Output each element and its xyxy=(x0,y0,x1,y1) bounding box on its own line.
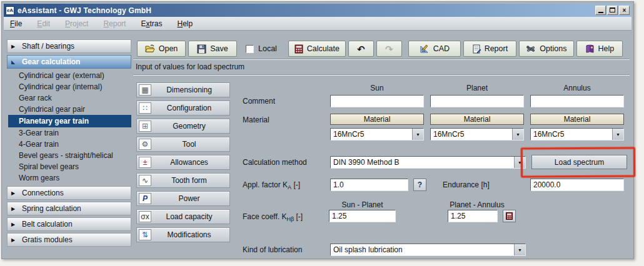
cad-button[interactable]: CAD xyxy=(408,41,461,57)
title-bar: eA eAssistant - GWJ Technology GmbH × xyxy=(4,4,631,17)
calculator-icon xyxy=(294,44,303,54)
comment-label: Comment xyxy=(243,97,275,106)
appl-factor-input[interactable] xyxy=(330,179,408,191)
triangle-collapsed-icon: ▶ xyxy=(11,44,18,49)
dimensioning-button[interactable]: ▦Dimensioning xyxy=(136,82,230,97)
material-button-annulus[interactable]: Material xyxy=(530,114,624,125)
module-button-label: Load capacity xyxy=(156,212,229,221)
calculate-button[interactable]: Calculate xyxy=(288,41,346,57)
calculator-icon xyxy=(506,212,513,220)
open-button[interactable]: Open xyxy=(137,41,186,57)
report-button[interactable]: Report xyxy=(463,41,516,57)
sidebar-item-cylindrical-gear-internal-[interactable]: Cylindrical gear (internal) xyxy=(8,81,131,92)
chevron-down-icon[interactable]: ▼ xyxy=(514,157,525,168)
chevron-down-icon[interactable]: ▼ xyxy=(612,129,623,140)
sidebar-section-gratis-modules[interactable]: ▶Gratis modules xyxy=(7,233,131,247)
sidebar-item-list: Cylindrical gear (external)Cylindrical g… xyxy=(7,70,131,184)
sidebar-section-label: Belt calculation xyxy=(22,220,73,229)
sidebar-item-4-gear-train[interactable]: 4-Gear train xyxy=(8,139,131,150)
face-coeff-input-planet-annulus[interactable] xyxy=(448,210,498,222)
modifications-button[interactable]: ⇅Modifications xyxy=(136,227,230,242)
comment-input-annulus[interactable] xyxy=(530,95,624,107)
options-tools-icon xyxy=(526,44,536,54)
menu-edit: Edit xyxy=(37,19,50,28)
calculation-method-label: Calculation method xyxy=(243,158,307,167)
triangle-collapsed-icon: ▶ xyxy=(11,206,18,212)
module-button-label: Modifications xyxy=(156,230,229,239)
undo-button[interactable]: ↶ xyxy=(348,41,374,57)
sidebar-item-gear-rack[interactable]: Gear rack xyxy=(8,92,131,104)
sidebar-item-worm-gears[interactable]: Worm gears xyxy=(8,172,131,184)
endurance-input[interactable] xyxy=(530,179,624,191)
lubrication-select[interactable]: Oil splash lubrication ▼ xyxy=(330,244,526,256)
sidebar-section-spring-calculation[interactable]: ▶Spring calculation xyxy=(7,202,131,215)
material-select-planet[interactable]: 16MnCr5 ▼ xyxy=(430,128,524,140)
sidebar-section-connections[interactable]: ▶Connections xyxy=(7,186,131,200)
geometry-button[interactable]: ⊞Geometry xyxy=(136,119,230,134)
local-checkbox-label: Local xyxy=(258,44,277,53)
menu-file[interactable]: File xyxy=(10,19,22,28)
module-button-label: Tooth form xyxy=(156,176,229,185)
pair-header-planet-annulus: Planet - Annulus xyxy=(436,200,518,209)
configuration-button[interactable]: ∷Configuration xyxy=(136,101,230,116)
help-button[interactable]: Help xyxy=(576,41,623,57)
sidebar-section-belt-calculation[interactable]: ▶Belt calculation xyxy=(7,217,131,231)
material-button-sun[interactable]: Material xyxy=(330,114,424,125)
sidebar-section-label: Gratis modules xyxy=(22,235,73,244)
module-button-label: Configuration xyxy=(156,104,229,112)
sidebar-item-3-gear-train[interactable]: 3-Gear train xyxy=(8,127,131,139)
sidebar-section-label: Connections xyxy=(22,189,64,197)
separator-top xyxy=(133,59,630,60)
power-button[interactable]: PPower xyxy=(136,191,230,206)
column-header-annulus: Annulus xyxy=(530,84,624,92)
comment-input-planet[interactable] xyxy=(430,95,524,107)
window-title: eAssistant - GWJ Technology GmbH xyxy=(18,6,592,15)
chevron-down-icon[interactable]: ▼ xyxy=(512,129,523,140)
sidebar-item-spiral-bevel-gears[interactable]: Spiral bevel gears xyxy=(8,161,131,172)
redo-button[interactable]: ↷ xyxy=(376,41,402,57)
chevron-down-icon[interactable]: ▼ xyxy=(412,129,423,140)
sidebar-section-shaft-bearings[interactable]: ▶Shaft / bearings xyxy=(7,39,131,53)
face-coeff-calculator-button[interactable] xyxy=(503,210,516,222)
maximize-button[interactable] xyxy=(607,6,618,15)
sidebar-item-planetary-gear-train[interactable]: Planetary gear train xyxy=(8,115,131,127)
module-button-label: Allowances xyxy=(156,158,229,167)
sidebar-section-label: Shaft / bearings xyxy=(22,42,74,51)
local-checkbox[interactable] xyxy=(246,45,254,53)
close-button[interactable]: × xyxy=(619,6,630,15)
calculation-method-select[interactable]: DIN 3990 Method B ▼ xyxy=(330,156,526,169)
save-button[interactable]: Save xyxy=(188,41,237,57)
material-select-sun-value: 16MnCr5 xyxy=(331,129,412,140)
menu-project: Project xyxy=(65,19,88,28)
undo-icon: ↶ xyxy=(357,44,365,54)
appl-factor-help-button[interactable]: ? xyxy=(413,179,426,191)
face-coeff-input-sun-planet[interactable] xyxy=(329,210,396,222)
calculation-method-value: DIN 3990 Method B xyxy=(331,157,514,168)
power-icon: P xyxy=(139,193,151,204)
module-button-label: Geometry xyxy=(156,122,229,131)
sidebar-item-cylindrical-gear-pair[interactable]: Cylindrical gear pair xyxy=(8,104,131,115)
comment-input-sun[interactable] xyxy=(330,95,424,107)
sidebar-item-cylindrical-gear-external-[interactable]: Cylindrical gear (external) xyxy=(8,70,131,81)
tooth-form-button[interactable]: ∿Tooth form xyxy=(136,173,230,188)
material-select-annulus[interactable]: 16MnCr5 ▼ xyxy=(530,128,624,140)
report-button-label: Report xyxy=(485,44,508,53)
chevron-down-icon[interactable]: ▼ xyxy=(514,244,525,255)
allowances-button[interactable]: ±Allowances xyxy=(136,155,230,170)
load-spectrum-button[interactable]: Load spectrum xyxy=(531,155,627,169)
tooth-form-icon: ∿ xyxy=(139,175,151,186)
material-button-planet[interactable]: Material xyxy=(430,114,524,125)
sidebar-item-bevel-gears-straight-helical[interactable]: Bevel gears - straight/helical xyxy=(8,150,131,161)
load-capacity-button[interactable]: σxLoad capacity xyxy=(136,209,230,224)
material-select-sun[interactable]: 16MnCr5 ▼ xyxy=(330,128,424,140)
column-header-sun: Sun xyxy=(330,84,424,92)
sidebar-section-gear-calculation[interactable]: ◣Gear calculation xyxy=(7,55,131,69)
menu-help[interactable]: Help xyxy=(177,19,193,28)
tool-button[interactable]: ⚙Tool xyxy=(136,137,230,152)
minimize-button[interactable] xyxy=(595,6,606,15)
menu-extras[interactable]: Extras xyxy=(141,19,162,28)
configuration-icon: ∷ xyxy=(139,102,151,114)
pair-header-sun-planet: Sun - Planet xyxy=(329,200,396,209)
options-button[interactable]: Options xyxy=(519,41,574,57)
menu-report: Report xyxy=(103,19,126,28)
